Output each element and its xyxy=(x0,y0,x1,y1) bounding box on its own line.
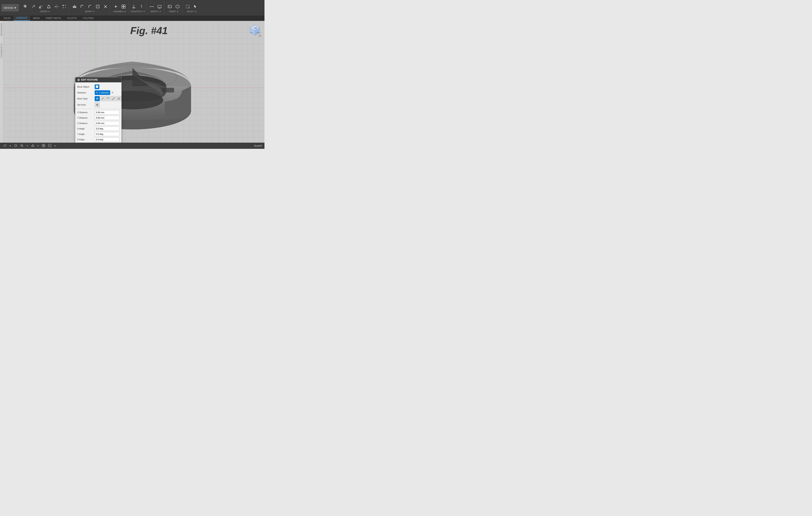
svg-rect-112 xyxy=(44,144,45,145)
tab-plastic[interactable]: PLASTIC xyxy=(65,16,80,21)
tab-solid[interactable]: SOLID xyxy=(1,16,13,21)
svg-point-8 xyxy=(48,5,50,6)
select-arrow-icon[interactable] xyxy=(192,3,199,10)
selection-button[interactable]: 1 selected xyxy=(95,90,110,95)
x-angle-content xyxy=(95,127,119,131)
zoom-icon[interactable] xyxy=(19,143,24,148)
toolbar-group-assemble: ASSEMBLE ▼ xyxy=(111,1,128,15)
svg-rect-111 xyxy=(42,144,44,145)
modify-fillet-icon[interactable] xyxy=(79,3,86,10)
svg-marker-81 xyxy=(97,98,97,98)
x-angle-label: X Angle xyxy=(77,128,95,130)
create-pattern-icon[interactable] xyxy=(61,3,68,10)
dialog-close-button[interactable]: ● xyxy=(77,79,80,81)
tab-utilities[interactable]: UTILITIES xyxy=(80,16,96,21)
x-angle-input[interactable] xyxy=(95,127,119,131)
svg-rect-20 xyxy=(97,6,99,7)
orbit-dropdown-icon[interactable]: ▼ xyxy=(8,144,12,147)
z-distance-content xyxy=(95,121,119,125)
move-type-free-btn[interactable] xyxy=(95,96,100,101)
x-distance-content xyxy=(95,110,119,114)
pan-icon[interactable] xyxy=(13,143,18,148)
tab-mesh[interactable]: MESH xyxy=(30,16,42,21)
modify-press-pull-icon[interactable] xyxy=(71,3,78,10)
zoom-dropdown-icon[interactable]: ▼ xyxy=(26,144,29,147)
move-type-component-btn[interactable] xyxy=(116,96,121,101)
svg-text:TOP: TOP xyxy=(254,28,257,29)
toolbar-group-select: SELECT ▼ xyxy=(183,1,200,15)
move-type-along-btn[interactable] xyxy=(100,96,105,101)
inspect-group-label[interactable]: INSPECT ▼ xyxy=(150,10,161,12)
main-toolbar: DESIGN ▼ CREATE ▼ xyxy=(0,0,264,16)
orbit-icon[interactable] xyxy=(2,143,7,148)
z-distance-row: Z Distance xyxy=(75,120,121,126)
selection-label: Selection xyxy=(77,91,95,94)
svg-rect-31 xyxy=(124,7,125,8)
move-object-button[interactable] xyxy=(95,84,99,89)
create-revolve-icon[interactable] xyxy=(30,3,37,10)
assemble-group-label[interactable]: ASSEMBLE ▼ xyxy=(113,10,126,12)
construct-group-label[interactable]: CONSTRUCT ▼ xyxy=(130,10,145,12)
create-loft-icon[interactable] xyxy=(45,3,52,10)
create-mirror-icon[interactable] xyxy=(53,3,60,10)
move-type-point-btn[interactable] xyxy=(111,96,116,101)
svg-marker-74 xyxy=(261,35,261,36)
svg-marker-36 xyxy=(141,5,142,6)
set-pivot-content xyxy=(95,102,119,107)
construct-axis-icon[interactable] xyxy=(138,3,145,10)
construct-plane-icon[interactable] xyxy=(130,3,137,10)
select-group-label[interactable]: SELECT ▼ xyxy=(187,10,197,12)
grid-icon[interactable] xyxy=(41,143,46,148)
inspect-display-icon[interactable] xyxy=(156,3,163,10)
x-angle-row: X Angle xyxy=(75,126,121,131)
create-group-label[interactable]: CREATE ▼ xyxy=(40,10,50,12)
y-distance-input[interactable] xyxy=(95,116,119,120)
svg-marker-18 xyxy=(74,5,75,5)
assemble-group-icon[interactable] xyxy=(120,3,127,10)
svg-marker-83 xyxy=(96,98,97,99)
inspect-measure-icon[interactable] xyxy=(148,3,155,10)
design-button[interactable]: DESIGN ▼ xyxy=(2,4,19,11)
set-pivot-button[interactable] xyxy=(95,102,100,107)
modify-chamfer-icon[interactable] xyxy=(87,3,93,10)
insert-image-icon[interactable] xyxy=(166,3,173,10)
modify-delete-icon[interactable] xyxy=(102,3,109,10)
tab-surface[interactable]: SURFACE xyxy=(13,16,30,21)
display-mode-icon[interactable] xyxy=(30,143,35,148)
sidebar-comments[interactable]: COMMENTS xyxy=(1,44,3,58)
modify-group-label[interactable]: MODIFY ▼ xyxy=(85,10,95,12)
environment-dropdown-icon[interactable]: ▼ xyxy=(53,144,57,147)
edit-feature-dialog: ● EDIT FEATURE Move Object Selection xyxy=(75,77,122,143)
modify-shell-icon[interactable] xyxy=(94,3,101,10)
svg-marker-84 xyxy=(98,98,98,99)
z-distance-input[interactable] xyxy=(95,121,119,125)
create-extrude-icon[interactable] xyxy=(22,3,29,10)
selection-value: 1 selected xyxy=(99,91,109,94)
tab-sheet-metal[interactable]: SHEET METAL xyxy=(43,16,64,21)
svg-rect-1 xyxy=(25,6,26,7)
insert-component-icon[interactable] xyxy=(174,3,181,10)
toolbar-group-modify: MODIFY ▼ xyxy=(70,1,110,15)
assemble-joint-icon[interactable] xyxy=(112,3,119,10)
nav-cube[interactable]: TOP RIGHT LEFT xyxy=(248,24,262,37)
y-angle-input[interactable] xyxy=(95,132,119,136)
z-angle-input[interactable] xyxy=(95,137,119,142)
x-distance-input[interactable] xyxy=(95,110,119,114)
selection-row: Selection 1 selected ✕ xyxy=(75,90,121,96)
sidebar-browser[interactable]: BROWSER xyxy=(1,23,3,36)
environment-icon[interactable] xyxy=(47,143,52,148)
selection-clear-button[interactable]: ✕ xyxy=(111,91,114,94)
move-type-rotate-btn[interactable] xyxy=(106,96,111,101)
dialog-body: Move Object Selection 1 selected xyxy=(75,82,121,143)
y-distance-content xyxy=(95,116,119,120)
insert-group-label[interactable]: INSERT ▼ xyxy=(169,10,178,12)
svg-marker-76 xyxy=(259,34,260,35)
svg-rect-40 xyxy=(158,5,161,7)
viewport-3d[interactable]: Fig. #41 xyxy=(3,21,264,143)
move-object-content xyxy=(95,84,119,89)
select-window-icon[interactable] xyxy=(184,3,191,10)
create-sweep-icon[interactable] xyxy=(37,3,45,10)
svg-rect-28 xyxy=(122,5,123,6)
set-pivot-label: Set Pivot xyxy=(77,104,95,106)
display-dropdown-icon[interactable]: ▼ xyxy=(36,144,40,147)
